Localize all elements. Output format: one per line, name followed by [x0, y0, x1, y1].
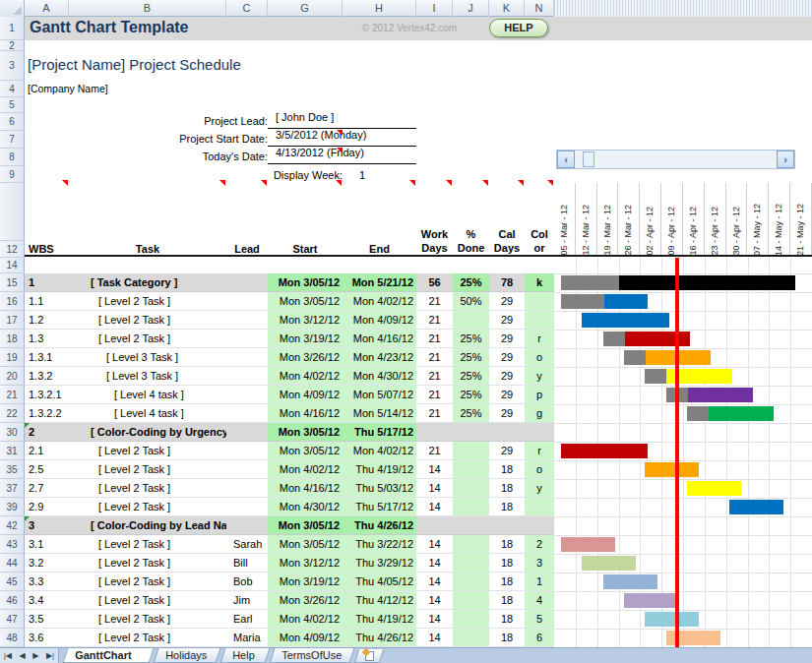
- cell-start[interactable]: Mon 3/05/12: [268, 292, 343, 310]
- column-header-A[interactable]: A: [25, 0, 69, 17]
- gantt-bar[interactable]: [624, 593, 678, 608]
- cell-work-days[interactable]: 14: [416, 498, 453, 515]
- project-lead-field[interactable]: [ John Doe ]: [268, 111, 416, 129]
- cell-task[interactable]: [ Level 2 Task ]: [98, 629, 226, 646]
- row-header-21[interactable]: 21: [0, 386, 25, 404]
- cell-pct-done[interactable]: [453, 573, 489, 590]
- cell-wbs[interactable]: 1.2: [29, 311, 69, 329]
- cell-wbs[interactable]: 3.1: [29, 535, 69, 553]
- cell-work-days[interactable]: 21: [416, 367, 453, 385]
- compressed-columns[interactable]: [554, 0, 812, 17]
- cell-end[interactable]: Thu 4/12/12: [343, 591, 416, 609]
- row-header-9[interactable]: 9: [0, 166, 25, 183]
- cell-task[interactable]: [ Level 2 Task ]: [98, 442, 226, 459]
- gantt-bar[interactable]: [709, 406, 774, 421]
- gantt-bar-complete[interactable]: [603, 332, 625, 346]
- row-header-19[interactable]: 19: [0, 348, 25, 367]
- cell-start[interactable]: Mon 3/05/12: [268, 516, 343, 534]
- cell-task[interactable]: [ Level 4 task ]: [114, 404, 226, 422]
- gantt-bar[interactable]: [561, 444, 648, 458]
- cell-pct-done[interactable]: 25%: [453, 273, 489, 291]
- insert-sheet-tab[interactable]: [354, 649, 385, 663]
- row-header-45[interactable]: 45: [0, 573, 25, 591]
- row-header-1[interactable]: 1: [0, 17, 25, 40]
- row-header-7[interactable]: 7: [0, 131, 25, 149]
- cell-color-code[interactable]: [525, 311, 554, 329]
- cell-start[interactable]: Mon 3/12/12: [268, 554, 343, 572]
- cell-wbs[interactable]: 2.1: [29, 442, 69, 459]
- cell-color-code[interactable]: 6: [525, 629, 554, 646]
- cell-cal-days[interactable]: 29: [489, 404, 525, 422]
- week-scrollbar[interactable]: ‹ ›: [556, 150, 795, 169]
- cell-wbs[interactable]: 2.7: [29, 479, 69, 497]
- cell-color-code[interactable]: 3: [525, 554, 554, 572]
- tab-termsofuse[interactable]: TermsOfUse: [270, 648, 355, 663]
- row-header-48[interactable]: 48: [0, 629, 25, 647]
- select-all-corner[interactable]: [0, 0, 25, 17]
- gantt-bar[interactable]: [582, 556, 636, 571]
- cell-pct-done[interactable]: [453, 516, 489, 534]
- cell-wbs[interactable]: 3.5: [29, 610, 69, 628]
- cell-cal-days[interactable]: 78: [489, 273, 525, 291]
- help-button[interactable]: HELP: [489, 19, 548, 37]
- row-header-4[interactable]: 4: [0, 81, 25, 97]
- row-header-3[interactable]: 3: [0, 51, 25, 81]
- first-sheet-button[interactable]: |◀: [4, 651, 12, 660]
- cell-task[interactable]: [ Color-Coding by Lead Name ]: [91, 516, 226, 534]
- row-header-43[interactable]: 43: [0, 535, 25, 554]
- row-header-47[interactable]: 47: [0, 610, 25, 629]
- cell-end[interactable]: Mon 4/09/12: [343, 311, 416, 329]
- cell-start[interactable]: Mon 4/09/12: [268, 629, 343, 646]
- cell-lead[interactable]: Maria: [233, 629, 269, 646]
- column-header-K[interactable]: K: [489, 0, 525, 17]
- cell-end[interactable]: Mon 5/14/12: [343, 404, 416, 422]
- header-work-days[interactable]: WorkDays: [416, 227, 453, 255]
- cell-pct-done[interactable]: 25%: [453, 330, 489, 347]
- row-header-17[interactable]: 17: [0, 311, 25, 330]
- cell-color-code[interactable]: o: [525, 460, 554, 478]
- cell-color-code[interactable]: y: [525, 367, 554, 385]
- gantt-bar-complete[interactable]: [561, 275, 619, 290]
- cell-start[interactable]: Mon 4/02/12: [268, 460, 343, 478]
- week-column-3[interactable]: 19 - Mar - 12: [597, 183, 619, 256]
- row-header-22[interactable]: 22: [0, 404, 25, 423]
- cell-wbs[interactable]: 1.3.2.2: [29, 404, 69, 422]
- cell-task[interactable]: [ Color-Coding by Urgency ]: [91, 423, 226, 441]
- cell-pct-done[interactable]: 25%: [453, 367, 489, 385]
- cell-end[interactable]: Mon 4/16/12: [343, 330, 416, 347]
- gantt-bar[interactable]: [603, 574, 657, 589]
- cell-cal-days[interactable]: 18: [489, 554, 525, 572]
- row-header-15[interactable]: 15: [0, 273, 25, 292]
- cell-end[interactable]: Thu 3/22/12: [343, 535, 416, 553]
- cell-end[interactable]: Thu 5/17/12: [343, 423, 416, 441]
- cell-task[interactable]: [ Level 2 Task ]: [98, 554, 226, 572]
- row-header-14[interactable]: 14: [0, 258, 25, 273]
- cell-start[interactable]: Mon 3/26/12: [268, 348, 343, 366]
- cell-start[interactable]: Mon 4/16/12: [268, 404, 343, 422]
- gantt-bar[interactable]: [729, 500, 783, 514]
- company-name[interactable]: [Company Name]: [28, 83, 108, 94]
- week-column-7[interactable]: 16 - Apr - 12: [683, 183, 705, 256]
- cell-color-code[interactable]: [525, 516, 554, 534]
- gantt-bar[interactable]: [582, 313, 668, 328]
- cell-task[interactable]: [ Task Category ]: [91, 273, 226, 291]
- row-header-39[interactable]: 39: [0, 498, 25, 516]
- cell-work-days[interactable]: 21: [416, 311, 453, 329]
- cell-color-code[interactable]: p: [525, 386, 554, 403]
- week-column-12[interactable]: 21 - May - 12: [790, 183, 812, 256]
- gantt-bar[interactable]: [619, 275, 794, 290]
- cell-task[interactable]: [ Level 2 Task ]: [98, 460, 226, 478]
- week-column-8[interactable]: 23 - Apr - 12: [705, 183, 726, 256]
- cell-cal-days[interactable]: [489, 423, 525, 441]
- cell-start[interactable]: Mon 3/05/12: [268, 423, 343, 441]
- row-header-6[interactable]: 6: [0, 113, 25, 131]
- gantt-bar-complete[interactable]: [624, 350, 646, 365]
- prev-sheet-button[interactable]: ◀: [20, 651, 26, 660]
- cell-pct-done[interactable]: [453, 629, 489, 646]
- cell-cal-days[interactable]: 18: [489, 591, 525, 609]
- cell-wbs[interactable]: 1.3.2: [29, 367, 69, 385]
- cell-start[interactable]: Mon 3/05/12: [268, 273, 343, 291]
- column-header-B[interactable]: B: [69, 0, 226, 17]
- row-header-12[interactable]: 12: [0, 241, 25, 258]
- cell-cal-days[interactable]: 18: [489, 460, 525, 478]
